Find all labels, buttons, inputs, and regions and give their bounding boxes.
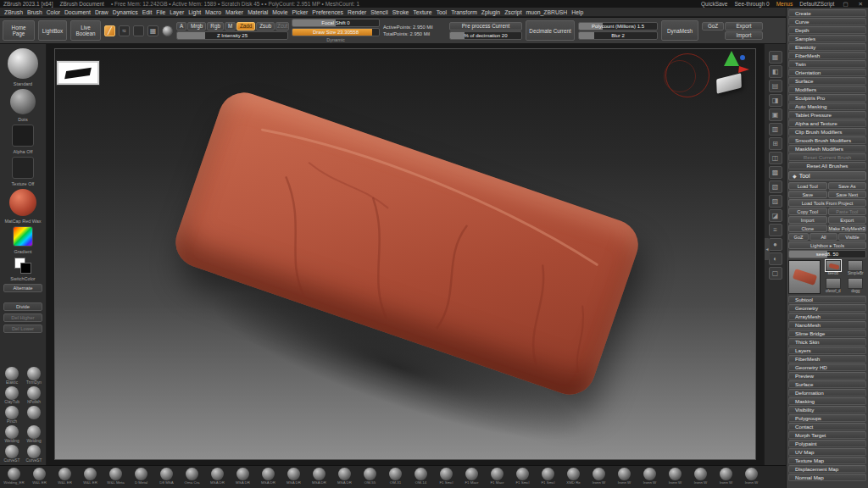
tool-palette-section[interactable]: Normal Map [788, 474, 866, 481]
make-polymesh3d-button[interactable]: Make PolyMesh3D [828, 225, 867, 232]
material-preset[interactable]: F1 Macr [485, 468, 509, 485]
menu-item[interactable]: File [156, 9, 165, 15]
material-preset[interactable]: F1 Smcl [510, 468, 535, 485]
menu-item[interactable]: Zplugin [481, 9, 500, 15]
tool-palette-section[interactable]: Slime Bridge [788, 330, 866, 337]
material-preset[interactable]: F1 Macr [459, 468, 484, 485]
quick-brush[interactable]: Pinch [3, 406, 21, 424]
default-zscript-button[interactable]: DefaultZScript [799, 0, 834, 8]
brush-palette-section[interactable]: Create [788, 9, 866, 17]
stroke-icon[interactable]: ≈ [119, 25, 130, 36]
menus-toggle[interactable]: Menus [776, 0, 793, 8]
reset-all-brushes-button[interactable]: Reset All Brushes [788, 162, 866, 169]
window-close-button[interactable]: ✕ [857, 0, 865, 8]
polycount-slider[interactable]: Polycount (Millions) 1.5 [578, 22, 658, 30]
goz-tool-button[interactable]: GoZ [788, 233, 809, 241]
brush-palette-section[interactable]: Auto Masking [788, 103, 866, 110]
shelf-icon[interactable]: ◧ [769, 65, 782, 78]
tool-palette-section[interactable]: Polygroups [788, 414, 866, 422]
brush-palette-section[interactable]: Tablet Pressure [788, 111, 866, 119]
material-thumb[interactable] [9, 189, 36, 216]
switch-color-widget[interactable] [14, 257, 32, 274]
material-preset[interactable]: Ironn W [663, 468, 687, 485]
material-preset[interactable]: XMD Re [561, 468, 586, 485]
quick-brush[interactable]: CurveST [25, 445, 43, 463]
viewport[interactable] [47, 44, 764, 465]
save-next-button[interactable]: Save Next [828, 191, 867, 198]
tool-palette-section[interactable]: UV Map [788, 448, 866, 456]
quick-brush[interactable]: Elastic [3, 367, 21, 385]
material-preset[interactable]: MSA DR [231, 468, 255, 485]
menu-item[interactable]: Document [64, 9, 91, 15]
tool-palette-section[interactable]: Subtool [788, 296, 866, 303]
brush-palette-section[interactable]: Smooth Brush Modifiers [788, 136, 866, 144]
material-preset[interactable]: Orna Cra [180, 468, 204, 485]
tool-palette-section[interactable]: Deformation [788, 389, 866, 396]
shelf-icon[interactable]: ▨ [769, 195, 782, 208]
menu-item[interactable]: Stroke [392, 9, 409, 15]
tool-palette-section[interactable]: Masking [788, 397, 866, 405]
menu-item[interactable]: Layer [170, 9, 184, 15]
clone-button[interactable]: Clone [788, 225, 827, 232]
see-through-slider[interactable]: See-through 0 [734, 0, 769, 8]
shelf-icon[interactable]: ≡ [769, 224, 782, 236]
brush-palette-section[interactable]: Twin [788, 60, 866, 68]
material-preset[interactable]: W&L Meta [103, 468, 128, 485]
material-preset[interactable]: W&L ER [27, 468, 52, 485]
texture-thumb[interactable] [12, 157, 34, 179]
tool-palette-section[interactable]: Polypaint [788, 440, 866, 447]
tool-palette-section[interactable]: Layers [788, 347, 866, 354]
save-button[interactable]: Save [788, 191, 827, 198]
tray-collapse-handle[interactable]: ◂ [765, 238, 770, 260]
material-preset[interactable]: W&L ER [78, 468, 103, 485]
tool-palette-section[interactable]: Geometry HD [788, 363, 866, 371]
shelf-icon[interactable]: ◨ [769, 94, 782, 107]
material-preset[interactable]: OM-14 [409, 468, 433, 485]
quick-brush[interactable]: Welding [3, 425, 21, 443]
shelf-icon[interactable]: ⊞ [769, 137, 782, 150]
menu-item[interactable]: Tool [437, 9, 447, 15]
menu-item[interactable]: Light [188, 9, 201, 15]
material-preset[interactable]: F1 Smcl [434, 468, 459, 485]
texture-icon[interactable]: ▦ [147, 25, 159, 36]
blur-slider[interactable]: Blur 2 [578, 31, 658, 40]
brush-palette-section[interactable]: Depth [788, 26, 866, 34]
draw-brush-icon[interactable]: ╱ [104, 25, 115, 36]
brush-palette-section[interactable]: Samples [788, 35, 866, 42]
axis-gizmo[interactable] [720, 49, 750, 75]
quick-brush[interactable]: ClayTub [3, 386, 21, 404]
color-picker[interactable] [13, 226, 33, 247]
alpha-icon[interactable] [133, 25, 144, 36]
menu-item[interactable]: Color [47, 9, 60, 15]
material-preset[interactable]: MSA DR [307, 468, 331, 485]
menu-item[interactable]: Macro [205, 9, 221, 15]
current-brush-thumb[interactable] [8, 48, 38, 79]
divide-button[interactable]: Divide [3, 302, 42, 311]
export-tool-button[interactable]: Export [828, 216, 867, 224]
quick-brush[interactable] [25, 406, 43, 424]
mrgb-toggle[interactable]: Mrgb [187, 22, 206, 30]
shelf-icon[interactable]: ▣ [769, 108, 782, 121]
tool-palette-section[interactable]: Visibility [788, 406, 866, 413]
tool-palette-header[interactable]: ◆ Tool [788, 171, 866, 180]
goz-all-button[interactable]: All [810, 233, 837, 241]
dynamesh-button[interactable]: DynaMesh [661, 20, 698, 41]
shelf-icon[interactable]: ▧ [769, 180, 782, 193]
brush-palette-section[interactable]: Elasticity [788, 43, 866, 51]
save-as-button[interactable]: Save As [828, 182, 867, 190]
menu-item[interactable]: ZBrush [4, 9, 23, 15]
document-area[interactable] [54, 48, 756, 460]
zcut-toggle[interactable]: Zcut [275, 22, 289, 30]
tool-palette-section[interactable]: Surface [788, 380, 866, 388]
tool-name-slider[interactable]: seed8. 50 [788, 250, 866, 258]
load-tools-from-project-button[interactable]: Load Tools From Project [788, 199, 866, 207]
brush-palette-section[interactable]: Curve [788, 18, 866, 25]
tool-palette-section[interactable]: Contact [788, 423, 866, 430]
tool-slot-thumb[interactable] [826, 278, 841, 289]
material-preset[interactable]: F1 Smcl [536, 468, 560, 485]
focal-shift-slider[interactable]: Focal Shift 0 [292, 19, 380, 27]
menu-item[interactable]: Draw [95, 9, 108, 15]
tool-palette-section[interactable]: Preview [788, 372, 866, 380]
import-button[interactable]: Import [725, 31, 763, 40]
brush-palette-section[interactable]: Sculptris Pro [788, 94, 866, 102]
